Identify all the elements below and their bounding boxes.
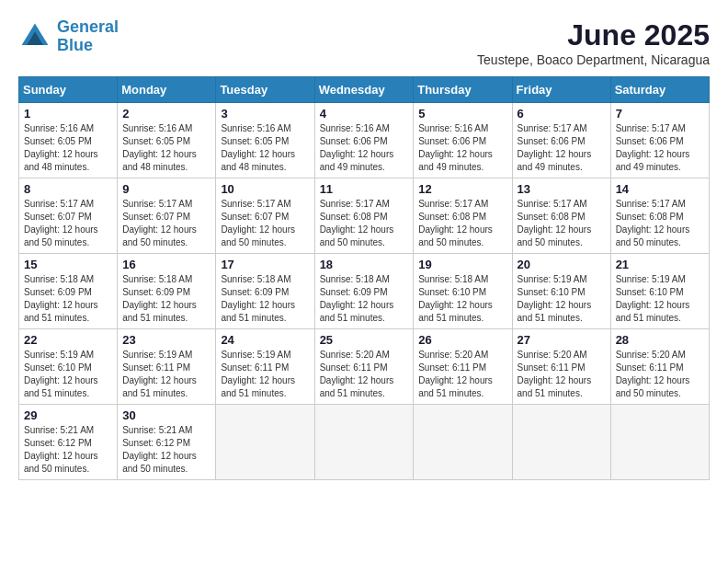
calendar-cell bbox=[314, 405, 414, 480]
weekday-header-friday: Friday bbox=[512, 77, 610, 103]
calendar-cell bbox=[216, 405, 314, 480]
calendar-cell: 15 Sunrise: 5:18 AM Sunset: 6:09 PM Dayl… bbox=[19, 254, 118, 329]
day-info: Sunrise: 5:21 AM Sunset: 6:12 PM Dayligh… bbox=[122, 424, 210, 476]
day-info: Sunrise: 5:16 AM Sunset: 6:05 PM Dayligh… bbox=[24, 122, 112, 174]
day-info: Sunrise: 5:20 AM Sunset: 6:11 PM Dayligh… bbox=[616, 349, 704, 400]
calendar-cell: 16 Sunrise: 5:18 AM Sunset: 6:09 PM Dayl… bbox=[118, 254, 216, 329]
day-info: Sunrise: 5:20 AM Sunset: 6:11 PM Dayligh… bbox=[418, 349, 506, 400]
day-number: 17 bbox=[221, 258, 309, 271]
day-info: Sunrise: 5:18 AM Sunset: 6:09 PM Dayligh… bbox=[24, 273, 112, 325]
calendar-table: SundayMondayTuesdayWednesdayThursdayFrid… bbox=[18, 76, 710, 480]
calendar-cell: 3 Sunrise: 5:16 AM Sunset: 6:05 PM Dayli… bbox=[216, 103, 314, 178]
day-info: Sunrise: 5:19 AM Sunset: 6:10 PM Dayligh… bbox=[518, 273, 606, 325]
day-number: 4 bbox=[320, 107, 409, 121]
calendar-cell: 1 Sunrise: 5:16 AM Sunset: 6:05 PM Dayli… bbox=[19, 103, 118, 178]
calendar-cell bbox=[610, 405, 709, 480]
calendar-cell: 22 Sunrise: 5:19 AM Sunset: 6:10 PM Dayl… bbox=[19, 329, 118, 405]
calendar-cell: 8 Sunrise: 5:17 AM Sunset: 6:07 PM Dayli… bbox=[19, 178, 118, 254]
month-title: June 2025 bbox=[477, 18, 710, 52]
day-number: 25 bbox=[320, 333, 409, 347]
calendar-cell: 2 Sunrise: 5:16 AM Sunset: 6:05 PM Dayli… bbox=[118, 103, 216, 178]
weekday-header-wednesday: Wednesday bbox=[314, 77, 414, 103]
logo-line2: Blue bbox=[57, 36, 93, 54]
calendar-cell: 10 Sunrise: 5:17 AM Sunset: 6:07 PM Dayl… bbox=[216, 178, 314, 254]
day-number: 10 bbox=[221, 182, 309, 196]
day-info: Sunrise: 5:17 AM Sunset: 6:06 PM Dayligh… bbox=[616, 122, 704, 174]
day-number: 15 bbox=[24, 258, 112, 271]
calendar-cell: 27 Sunrise: 5:20 AM Sunset: 6:11 PM Dayl… bbox=[512, 329, 610, 405]
weekday-header-sunday: Sunday bbox=[19, 77, 118, 103]
day-number: 24 bbox=[221, 333, 309, 347]
title-area: June 2025 Teustepe, Boaco Department, Ni… bbox=[477, 18, 710, 67]
header: General Blue June 2025 Teustepe, Boaco D… bbox=[18, 18, 710, 67]
calendar-cell: 13 Sunrise: 5:17 AM Sunset: 6:08 PM Dayl… bbox=[512, 178, 610, 254]
calendar-cell: 7 Sunrise: 5:17 AM Sunset: 6:06 PM Dayli… bbox=[610, 103, 709, 178]
calendar-cell bbox=[414, 405, 512, 480]
day-number: 7 bbox=[616, 107, 704, 121]
logo-icon bbox=[18, 20, 51, 53]
day-number: 13 bbox=[518, 182, 606, 196]
day-info: Sunrise: 5:17 AM Sunset: 6:06 PM Dayligh… bbox=[518, 122, 606, 174]
day-number: 8 bbox=[24, 182, 112, 196]
calendar-cell: 26 Sunrise: 5:20 AM Sunset: 6:11 PM Dayl… bbox=[414, 329, 512, 405]
day-number: 11 bbox=[320, 182, 409, 196]
day-info: Sunrise: 5:17 AM Sunset: 6:08 PM Dayligh… bbox=[320, 198, 409, 249]
week-row-1: 1 Sunrise: 5:16 AM Sunset: 6:05 PM Dayli… bbox=[19, 103, 710, 178]
calendar-cell: 20 Sunrise: 5:19 AM Sunset: 6:10 PM Dayl… bbox=[512, 254, 610, 329]
logo-line1: General bbox=[57, 17, 119, 36]
day-info: Sunrise: 5:17 AM Sunset: 6:07 PM Dayligh… bbox=[24, 198, 112, 249]
logo-text: General Blue bbox=[57, 18, 119, 55]
day-number: 26 bbox=[418, 333, 506, 347]
week-row-3: 15 Sunrise: 5:18 AM Sunset: 6:09 PM Dayl… bbox=[19, 254, 710, 329]
calendar-cell: 29 Sunrise: 5:21 AM Sunset: 6:12 PM Dayl… bbox=[19, 405, 118, 480]
day-info: Sunrise: 5:19 AM Sunset: 6:10 PM Dayligh… bbox=[616, 273, 704, 325]
day-info: Sunrise: 5:18 AM Sunset: 6:09 PM Dayligh… bbox=[221, 273, 309, 325]
calendar-cell: 25 Sunrise: 5:20 AM Sunset: 6:11 PM Dayl… bbox=[314, 329, 414, 405]
day-number: 2 bbox=[122, 107, 210, 121]
day-number: 19 bbox=[418, 258, 506, 271]
day-number: 5 bbox=[418, 107, 506, 121]
calendar-cell: 5 Sunrise: 5:16 AM Sunset: 6:06 PM Dayli… bbox=[414, 103, 512, 178]
weekday-header-row: SundayMondayTuesdayWednesdayThursdayFrid… bbox=[19, 77, 710, 103]
logo: General Blue bbox=[18, 18, 119, 55]
day-number: 21 bbox=[616, 258, 704, 271]
day-info: Sunrise: 5:17 AM Sunset: 6:08 PM Dayligh… bbox=[616, 198, 704, 249]
day-info: Sunrise: 5:16 AM Sunset: 6:05 PM Dayligh… bbox=[122, 122, 210, 174]
week-row-5: 29 Sunrise: 5:21 AM Sunset: 6:12 PM Dayl… bbox=[19, 405, 710, 480]
weekday-header-tuesday: Tuesday bbox=[216, 77, 314, 103]
day-info: Sunrise: 5:17 AM Sunset: 6:08 PM Dayligh… bbox=[418, 198, 506, 249]
day-info: Sunrise: 5:20 AM Sunset: 6:11 PM Dayligh… bbox=[518, 349, 606, 400]
day-info: Sunrise: 5:19 AM Sunset: 6:10 PM Dayligh… bbox=[24, 349, 112, 400]
day-number: 18 bbox=[320, 258, 409, 271]
day-info: Sunrise: 5:19 AM Sunset: 6:11 PM Dayligh… bbox=[221, 349, 309, 400]
day-number: 1 bbox=[24, 107, 112, 121]
day-info: Sunrise: 5:16 AM Sunset: 6:06 PM Dayligh… bbox=[320, 122, 409, 174]
day-number: 12 bbox=[418, 182, 506, 196]
day-info: Sunrise: 5:17 AM Sunset: 6:08 PM Dayligh… bbox=[518, 198, 606, 249]
day-info: Sunrise: 5:18 AM Sunset: 6:10 PM Dayligh… bbox=[418, 273, 506, 325]
calendar-cell: 12 Sunrise: 5:17 AM Sunset: 6:08 PM Dayl… bbox=[414, 178, 512, 254]
day-number: 6 bbox=[518, 107, 606, 121]
day-info: Sunrise: 5:16 AM Sunset: 6:06 PM Dayligh… bbox=[418, 122, 506, 174]
day-info: Sunrise: 5:21 AM Sunset: 6:12 PM Dayligh… bbox=[24, 424, 112, 476]
day-number: 22 bbox=[24, 333, 112, 347]
calendar-cell: 28 Sunrise: 5:20 AM Sunset: 6:11 PM Dayl… bbox=[610, 329, 709, 405]
calendar-cell: 4 Sunrise: 5:16 AM Sunset: 6:06 PM Dayli… bbox=[314, 103, 414, 178]
day-number: 14 bbox=[616, 182, 704, 196]
calendar-cell bbox=[512, 405, 610, 480]
day-number: 3 bbox=[221, 107, 309, 121]
day-info: Sunrise: 5:18 AM Sunset: 6:09 PM Dayligh… bbox=[320, 273, 409, 325]
calendar-cell: 23 Sunrise: 5:19 AM Sunset: 6:11 PM Dayl… bbox=[118, 329, 216, 405]
calendar-cell: 9 Sunrise: 5:17 AM Sunset: 6:07 PM Dayli… bbox=[118, 178, 216, 254]
calendar-cell: 14 Sunrise: 5:17 AM Sunset: 6:08 PM Dayl… bbox=[610, 178, 709, 254]
week-row-2: 8 Sunrise: 5:17 AM Sunset: 6:07 PM Dayli… bbox=[19, 178, 710, 254]
day-number: 9 bbox=[122, 182, 210, 196]
day-number: 28 bbox=[616, 333, 704, 347]
calendar-cell: 24 Sunrise: 5:19 AM Sunset: 6:11 PM Dayl… bbox=[216, 329, 314, 405]
week-row-4: 22 Sunrise: 5:19 AM Sunset: 6:10 PM Dayl… bbox=[19, 329, 710, 405]
day-number: 29 bbox=[24, 408, 112, 422]
calendar-cell: 30 Sunrise: 5:21 AM Sunset: 6:12 PM Dayl… bbox=[118, 405, 216, 480]
day-info: Sunrise: 5:18 AM Sunset: 6:09 PM Dayligh… bbox=[122, 273, 210, 325]
day-number: 27 bbox=[518, 333, 606, 347]
day-info: Sunrise: 5:17 AM Sunset: 6:07 PM Dayligh… bbox=[122, 198, 210, 249]
